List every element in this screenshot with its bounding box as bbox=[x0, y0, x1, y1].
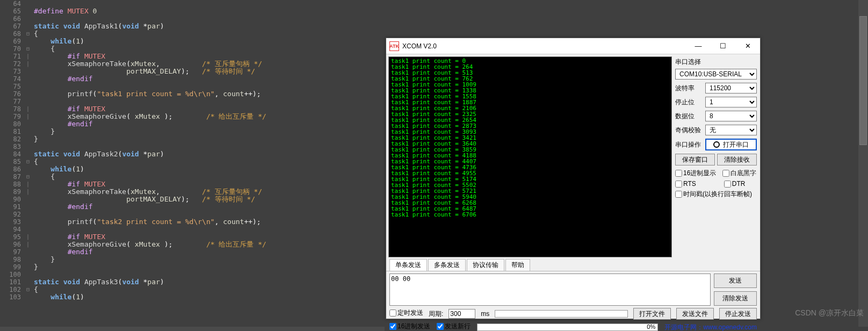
send-file-button[interactable]: 发送文件 bbox=[676, 308, 714, 320]
window-title: XCOM V2.0 bbox=[402, 42, 686, 50]
line-number-gutter: 6465666768697071727374757677787980818283… bbox=[0, 0, 24, 331]
send-newline-checkbox[interactable]: 发送新行 bbox=[437, 322, 471, 331]
stop-select[interactable]: 1 bbox=[705, 97, 757, 107]
parity-select[interactable]: 无 bbox=[705, 125, 757, 135]
titlebar[interactable]: ATK XCOM V2.0 — ☐ ✕ bbox=[386, 38, 760, 54]
tab-protocol[interactable]: 协议传输 bbox=[467, 259, 504, 271]
watermark: CSDN @凉开水白菜 bbox=[795, 308, 864, 318]
tab-help[interactable]: 帮助 bbox=[505, 259, 530, 271]
file-path-box[interactable] bbox=[495, 310, 628, 318]
period-label: 周期: bbox=[429, 310, 443, 319]
save-window-button[interactable]: 保存窗口 bbox=[675, 154, 715, 166]
tab-single-send[interactable]: 单条发送 bbox=[389, 259, 427, 271]
port-section-title: 串口选择 bbox=[675, 57, 757, 67]
timestamp-checkbox[interactable]: 时间戳(以换行回车断帧) bbox=[675, 190, 757, 199]
stop-send-button[interactable]: 停止发送 bbox=[719, 308, 757, 320]
data-select[interactable]: 8 bbox=[705, 111, 757, 121]
stop-label: 停止位 bbox=[675, 98, 705, 107]
serial-settings-panel: 串口选择 COM10:USB-SERIAL 波特率 115200 停止位 1 数… bbox=[674, 54, 760, 260]
rts-checkbox[interactable]: RTS bbox=[675, 180, 696, 188]
editor-scrollbar-horizontal[interactable] bbox=[0, 327, 385, 331]
hex-send-checkbox[interactable]: 16进制发送 bbox=[389, 322, 430, 331]
scrollbar-thumb[interactable] bbox=[859, 16, 867, 145]
open-port-button[interactable]: 打开串口 bbox=[705, 139, 757, 150]
editor-scrollbar-vertical[interactable] bbox=[858, 0, 868, 327]
parity-label: 奇偶校验 bbox=[675, 126, 705, 135]
clear-send-button[interactable]: 清除发送 bbox=[714, 291, 757, 306]
baud-label: 波特率 bbox=[675, 84, 705, 93]
timed-send-checkbox[interactable]: 定时发送 bbox=[389, 308, 423, 318]
progress-bar: 0% bbox=[477, 323, 658, 331]
terminal-output[interactable]: task1 print count = 0task1 print count =… bbox=[388, 56, 672, 257]
app-logo-icon: ATK bbox=[389, 41, 399, 51]
port-select[interactable]: COM10:USB-SERIAL bbox=[675, 69, 757, 80]
close-button[interactable]: ✕ bbox=[735, 38, 760, 54]
progress-percent: 0% bbox=[647, 323, 655, 330]
port-status-icon bbox=[713, 141, 720, 148]
clear-recv-button[interactable]: 清除接收 bbox=[717, 154, 757, 166]
open-file-button[interactable]: 打开文件 bbox=[633, 308, 671, 320]
openedv-link[interactable]: 开源电子网：www.openedv.com bbox=[664, 323, 757, 332]
tab-multi-send[interactable]: 多条发送 bbox=[428, 259, 466, 271]
minimize-button[interactable]: — bbox=[686, 38, 711, 54]
period-unit: ms bbox=[481, 310, 489, 318]
send-textarea[interactable]: 00 00 bbox=[389, 274, 711, 306]
xcom-window: ATK XCOM V2.0 — ☐ ✕ task1 print count = … bbox=[386, 38, 761, 319]
fold-column[interactable]: ⊟⊟||||⊟⊟||||⊟ bbox=[24, 0, 32, 331]
period-input[interactable] bbox=[449, 309, 475, 319]
dtr-checkbox[interactable]: DTR bbox=[724, 180, 746, 188]
op-label: 串口操作 bbox=[675, 140, 705, 149]
data-label: 数据位 bbox=[675, 112, 705, 121]
hex-show-checkbox[interactable]: 16进制显示 bbox=[675, 169, 716, 178]
open-port-label: 打开串口 bbox=[723, 140, 749, 149]
send-button[interactable]: 发送 bbox=[714, 274, 757, 288]
send-tabs: 单条发送 多条发送 协议传输 帮助 bbox=[386, 260, 760, 271]
baud-select[interactable]: 115200 bbox=[705, 83, 757, 93]
white-bg-checkbox[interactable]: 白底黑字 bbox=[722, 169, 756, 178]
maximize-button[interactable]: ☐ bbox=[711, 38, 735, 54]
